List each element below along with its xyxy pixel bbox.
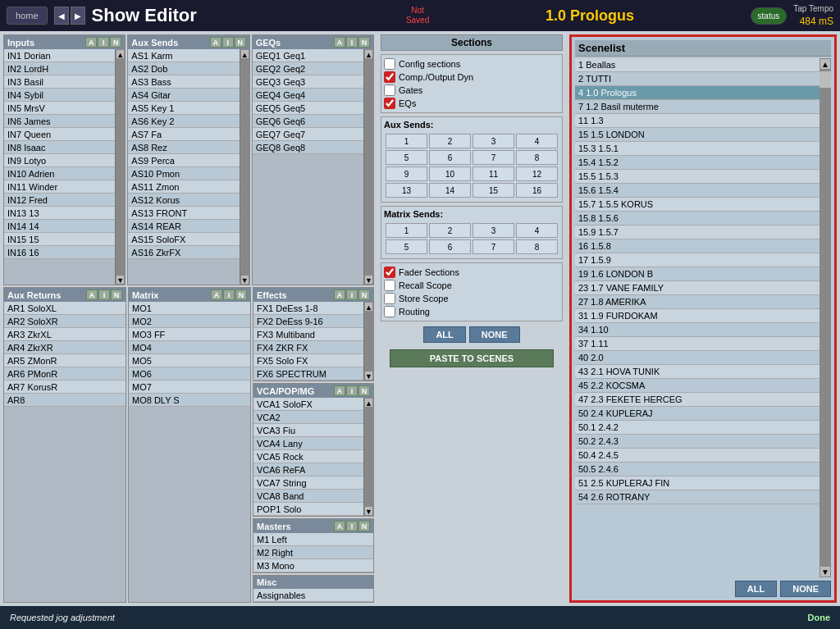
scenelist-item[interactable]: 50.5 2.4.6 <box>575 463 819 476</box>
list-item[interactable]: VCA7 String <box>253 476 363 490</box>
geqs-scrollbar[interactable]: ▲ ▼ <box>363 49 373 285</box>
list-item[interactable]: AS2 Dob <box>128 62 239 75</box>
list-item[interactable]: POP1 Solo <box>253 503 363 516</box>
aux-num-btn[interactable]: 1 <box>386 134 427 148</box>
aux-sends-i-btn[interactable]: I <box>222 37 234 48</box>
recall-scope-checkbox[interactable] <box>384 280 395 291</box>
effects-scroll-up[interactable]: ▲ <box>364 302 373 312</box>
list-item[interactable]: AS15 SoloFX <box>128 233 239 246</box>
effects-n-btn[interactable]: N <box>358 289 370 300</box>
scenelist-item[interactable]: 15.6 1.5.4 <box>575 184 819 198</box>
scenelist-item[interactable]: 15.4 1.5.2 <box>575 156 819 170</box>
list-item[interactable]: AR3 ZkrXL <box>4 328 126 341</box>
list-item[interactable]: AS4 Gitar <box>128 89 239 102</box>
scenelist-item[interactable]: 15.7 1.5.5 KORUS <box>575 198 819 212</box>
aux-sends-scroll-down[interactable]: ▼ <box>240 275 249 285</box>
nav-forward-arrow[interactable]: ▶ <box>71 7 85 25</box>
list-item[interactable]: GEQ1 Geq1 <box>253 49 363 62</box>
scenelist-item[interactable]: 19 1.6 LONDON B <box>575 267 819 281</box>
scenelist-scrollbar[interactable]: ▲ ▼ <box>819 58 831 577</box>
list-item[interactable]: GEQ2 Geq2 <box>253 62 363 75</box>
scenelist-scroll-up[interactable]: ▲ <box>819 58 831 70</box>
scenelist-item[interactable]: 15.8 1.5.6 <box>575 212 819 226</box>
vca-scrollbar[interactable]: ▲ ▼ <box>363 398 373 516</box>
aux-returns-a-btn[interactable]: A <box>86 289 98 300</box>
list-item[interactable]: IN15 15 <box>4 233 115 246</box>
aux-num-btn[interactable]: 15 <box>472 183 514 198</box>
list-item[interactable]: AS8 Rez <box>128 141 239 154</box>
vca-scroll-up[interactable]: ▲ <box>364 398 373 408</box>
inputs-scrollbar[interactable]: ▲ ▼ <box>115 49 125 285</box>
geqs-n-btn[interactable]: N <box>358 37 370 48</box>
list-item[interactable]: VCA1 SoloFX <box>253 398 363 411</box>
list-item[interactable]: AS1 Karm <box>128 49 239 62</box>
list-item[interactable]: AS9 Perca <box>128 154 239 167</box>
config-sections-checkbox[interactable] <box>384 58 395 70</box>
vca-n-btn[interactable]: N <box>358 385 370 396</box>
list-item[interactable]: MO2 <box>129 315 250 328</box>
aux-num-btn[interactable]: 9 <box>386 166 427 181</box>
matrix-a-btn[interactable]: A <box>211 289 222 300</box>
list-item[interactable]: GEQ4 Geq4 <box>253 89 363 102</box>
list-item[interactable]: AR2 SoloXR <box>4 315 126 328</box>
scenelist-item[interactable]: 50.2 2.4.3 <box>575 435 819 449</box>
list-item[interactable]: AS5 Key 1 <box>128 102 239 115</box>
scenelist-item[interactable]: 15.5 1.5.3 <box>575 170 819 184</box>
scenelist-item[interactable]: 47 2.3 FEKETE HERCEG <box>575 393 819 407</box>
list-item[interactable]: AS13 FRONT <box>128 207 239 220</box>
list-item[interactable]: MO7 <box>129 381 250 394</box>
aux-num-btn[interactable]: 10 <box>429 166 471 181</box>
list-item[interactable]: IN10 Adrien <box>4 167 115 180</box>
matrix-num-btn[interactable]: 4 <box>516 223 558 238</box>
scenelist-item[interactable]: 16 1.5.8 <box>575 239 819 253</box>
list-item[interactable]: AR1 SoloXL <box>4 302 126 315</box>
matrix-num-btn[interactable]: 2 <box>429 223 471 238</box>
scenelist-item[interactable]: 4 1.0 Prologus <box>575 86 819 100</box>
scenelist-item[interactable]: 15.3 1.5.1 <box>575 142 819 156</box>
scenelist-item[interactable]: 1 Beallas <box>575 58 819 72</box>
sections-none-button[interactable]: NONE <box>469 326 520 343</box>
list-item[interactable]: AS11 Zmon <box>128 180 239 194</box>
aux-sends-scroll-up[interactable]: ▲ <box>240 49 249 59</box>
scenelist-item[interactable]: 50.4 2.4.5 <box>575 449 819 463</box>
scenelist-item[interactable]: 50 2.4 KUPLERAJ <box>575 407 819 421</box>
list-item[interactable]: GEQ7 Geq7 <box>253 128 363 141</box>
list-item[interactable]: MO1 <box>129 302 250 315</box>
list-item[interactable]: IN9 Lotyo <box>4 154 115 167</box>
scenelist-scroll-down[interactable]: ▼ <box>819 566 831 577</box>
list-item[interactable]: M2 Right <box>253 546 373 559</box>
scenelist-item[interactable]: 17 1.5.9 <box>575 253 819 267</box>
effects-scroll-down[interactable]: ▼ <box>364 371 373 381</box>
aux-returns-i-btn[interactable]: I <box>98 289 110 300</box>
list-item[interactable]: AS10 Pmon <box>128 167 239 180</box>
aux-num-btn[interactable]: 2 <box>429 134 471 148</box>
scenelist-item[interactable]: 7 1.2 Basil muterme <box>575 100 819 114</box>
scenelist-item[interactable]: 50.1 2.4.2 <box>575 421 819 435</box>
list-item[interactable]: M3 Mono <box>253 559 373 572</box>
list-item[interactable]: MO8 DLY S <box>129 394 250 407</box>
list-item[interactable]: VCA3 Fiu <box>253 424 363 437</box>
list-item[interactable]: IN14 14 <box>4 220 115 233</box>
list-item[interactable]: GEQ3 Geq3 <box>253 75 363 89</box>
list-item[interactable]: VCA8 Band <box>253 490 363 503</box>
aux-sends-a-btn[interactable]: A <box>210 37 221 48</box>
list-item[interactable]: AS7 Fa <box>128 128 239 141</box>
masters-n-btn[interactable]: N <box>358 521 370 531</box>
list-item[interactable]: FX4 ZKR FX <box>253 341 363 354</box>
vca-scroll-down[interactable]: ▼ <box>364 506 373 516</box>
list-item[interactable]: IN2 LordH <box>4 62 115 75</box>
scenelist-item[interactable]: 43 2.1 HOVA TUNIK <box>575 365 819 379</box>
aux-sends-n-btn[interactable]: N <box>235 37 246 48</box>
list-item[interactable]: FX2 DeEss 9-16 <box>253 315 363 328</box>
scenelist-all-button[interactable]: ALL <box>735 581 777 597</box>
list-item[interactable]: FX6 SPECTRUM <box>253 367 363 381</box>
aux-num-btn[interactable]: 8 <box>516 150 558 165</box>
effects-i-btn[interactable]: I <box>346 289 358 300</box>
list-item[interactable]: AS3 Bass <box>128 75 239 89</box>
list-item[interactable]: AS12 Korus <box>128 194 239 207</box>
list-item[interactable]: IN13 13 <box>4 207 115 220</box>
inputs-scroll-up[interactable]: ▲ <box>116 49 125 59</box>
list-item[interactable]: GEQ6 Geq6 <box>253 115 363 128</box>
scenelist-item[interactable]: 15 1.5 LONDON <box>575 128 819 142</box>
scenelist-item[interactable]: 54 2.6 ROTRANY <box>575 490 819 504</box>
